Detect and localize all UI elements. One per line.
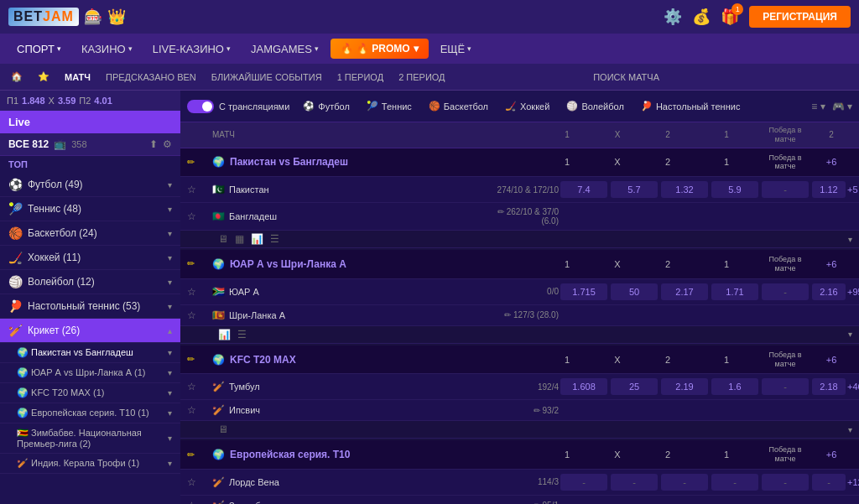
star-ipswich[interactable]: ☆ — [187, 404, 212, 416]
more-pak[interactable]: +5 — [847, 184, 858, 195]
nav-promo[interactable]: 🔥 🔥 PROMO ▾ — [331, 39, 429, 59]
more-sa[interactable]: +95 — [847, 287, 859, 297]
toggle-switch-control[interactable] — [187, 100, 214, 113]
league-row-2[interactable]: ✏ 🌍 ЮАР А vs Шри-Ланка А 1 X 2 1 Победа … — [180, 250, 859, 279]
settings-icon[interactable]: ⚙ — [163, 138, 172, 150]
league-more-4[interactable]: +6 — [810, 449, 852, 460]
league-flag-3: 🌍 — [212, 354, 225, 366]
sidebar-match-pak-ban[interactable]: 🌍 Пакистан vs Бангладеш ▾ — [0, 343, 180, 363]
subnav-period1[interactable]: 1 ПЕРИОД — [331, 70, 390, 85]
score-salzburg: ✏ 95/1 — [483, 501, 559, 504]
star-ban[interactable]: ☆ — [187, 210, 212, 222]
odd-lords-w2[interactable]: - — [812, 474, 846, 491]
odd-lords-1[interactable]: - — [560, 474, 607, 491]
subnav-period2[interactable]: 2 ПЕРИОД — [392, 70, 451, 85]
chevron-down-1[interactable]: ▾ — [848, 235, 852, 244]
odd-sa-wm[interactable]: - — [762, 283, 809, 300]
broadcast-toggle[interactable]: С трансляциями — [187, 100, 289, 113]
odd-tumbul-x[interactable]: 25 — [611, 378, 658, 395]
sidebar-match-india[interactable]: 🏏 Индия. Керала Трофи (1) ▾ — [0, 454, 180, 474]
filter-football[interactable]: ⚽ Футбол — [296, 97, 357, 115]
sidebar-item-basketball[interactable]: 🏀 Баскетбол (24) ▾ — [0, 221, 180, 246]
subnav-upcoming[interactable]: БЛИЖАЙШИЕ СОБЫТИЯ — [205, 70, 329, 85]
sidebar-match-kfc[interactable]: 🌍 KFC Т20 MAX (1) ▾ — [0, 383, 180, 403]
subnav-home[interactable]: 🏠 — [4, 69, 29, 85]
odd-lords-2[interactable]: - — [661, 474, 708, 491]
sidebar-item-tennis[interactable]: 🎾 Теннис (48) ▾ — [0, 197, 180, 221]
odd-pak-x[interactable]: 5.7 — [611, 181, 658, 198]
subnav-predicted[interactable]: ПРЕДСКАЗАНО BEN — [99, 70, 203, 85]
sidebar-item-hockey[interactable]: 🏒 Хоккей (11) ▾ — [0, 246, 180, 270]
league-row-1[interactable]: ✏ 🌍 Пакистан vs Бангладеш 1 X 2 1 Победа… — [180, 148, 859, 178]
filter-volleyball[interactable]: 🏐 Волейбол — [560, 97, 631, 115]
filter-hockey[interactable]: 🏒 Хоккей — [498, 97, 556, 115]
filter-basketball[interactable]: 🏀 Баскетбол — [422, 97, 495, 115]
match-group-2: ✏ 🌍 ЮАР А vs Шри-Ланка А 1 X 2 1 Победа … — [180, 250, 859, 344]
odd-sa-w2[interactable]: 2.16 — [812, 283, 846, 300]
gift-icon[interactable]: 🎁 1 — [721, 8, 739, 26]
odd-tumbul-w1[interactable]: 1.6 — [711, 378, 758, 395]
sidebar-item-volleyball[interactable]: 🏐 Волейбол (12) ▾ — [0, 270, 180, 294]
logo: BETJAM 🎰 👑 — [8, 8, 126, 26]
odd-sa-w1[interactable]: 1.71 — [711, 283, 758, 300]
odd-lords-x[interactable]: - — [611, 474, 658, 491]
settings-icon[interactable]: ⚙️ — [664, 8, 682, 26]
all-section[interactable]: ВСЕ 812 📺 358 ⬆ ⚙ — [0, 133, 180, 156]
chevron-down-3[interactable]: ▾ — [848, 425, 852, 434]
more-tumbul[interactable]: +46 — [847, 382, 859, 392]
nav-more[interactable]: ЕЩЁ ▾ — [432, 38, 481, 60]
football-icon: ⚽ — [8, 178, 23, 191]
odd-lords-wm[interactable]: - — [762, 474, 809, 491]
subnav-match[interactable]: МАТЧ — [58, 70, 97, 85]
filter-tennis[interactable]: 🎾 Теннис — [360, 97, 419, 115]
sidebar-match-zim[interactable]: 🇿🇼 Зимбабве. Национальная Премьер-лига (… — [0, 423, 180, 454]
sidebar-match-sa-sl[interactable]: 🌍 ЮАР А vs Шри-Ланка А (1) ▾ — [0, 363, 180, 383]
star-tumbul[interactable]: ☆ — [187, 381, 212, 392]
sidebar-item-football[interactable]: ⚽ Футбол (49) ▾ — [0, 173, 180, 197]
sort-icon[interactable]: ⬆ — [149, 138, 158, 150]
odd-pak-1[interactable]: 7.4 — [560, 181, 607, 198]
star-sl[interactable]: ☆ — [187, 309, 212, 321]
league-row-4[interactable]: ✏ 🌍 Европейская серия. Т10 1 X 2 1 Побед… — [180, 440, 859, 470]
odd-pak-2[interactable]: 1.32 — [661, 181, 708, 198]
league-more-1[interactable]: +6 — [810, 157, 852, 167]
odd-sa-1[interactable]: 1.715 — [560, 283, 607, 300]
star-pak1[interactable]: ☆ — [187, 184, 212, 195]
odd-pak-wm[interactable]: - — [762, 181, 809, 198]
subnav-star[interactable]: ⭐ — [31, 69, 56, 85]
chevron-down-2[interactable]: ▾ — [848, 330, 852, 339]
odd-pak-w2[interactable]: 1.12 — [812, 181, 846, 198]
sidebar-match-euro[interactable]: 🌍 Европейская серия. Т10 (1) ▾ — [0, 403, 180, 423]
star-sa[interactable]: ☆ — [187, 286, 212, 298]
odd-sa-2[interactable]: 2.17 — [661, 283, 708, 300]
league-name-3: KFC Т20 MAX — [230, 354, 296, 366]
league-more-3[interactable]: +6 — [810, 355, 852, 365]
odd-tumbul-w2[interactable]: 2.18 — [812, 378, 846, 395]
odd-pak-w1[interactable]: 5.9 — [711, 181, 758, 198]
sidebar-item-cricket[interactable]: 🏏 Крикет (26) ▴ — [0, 319, 180, 343]
nav-sport[interactable]: СПОРТ ▾ — [8, 38, 70, 60]
sidebar-item-tabletennis[interactable]: 🏓 Настольный теннис (53) ▾ — [0, 294, 180, 319]
nav-casino[interactable]: КАЗИНО ▾ — [73, 38, 141, 60]
odd-sa-x[interactable]: 50 — [611, 283, 658, 300]
star-salzburg[interactable]: ☆ — [187, 500, 212, 504]
league-row-3[interactable]: ✏ 🌍 KFC Т20 MAX 1 X 2 1 Победа вматче +6 — [180, 346, 859, 375]
more-lords[interactable]: +12 — [847, 477, 859, 487]
league-more-2[interactable]: +6 — [810, 259, 852, 269]
odd-tumbul-2[interactable]: 2.19 — [661, 378, 708, 395]
more-filters-icon[interactable]: ≡ ▾ — [811, 101, 825, 112]
register-button[interactable]: РЕГИСТРАЦИЯ — [749, 6, 851, 28]
match3-caret-icon: ▾ — [168, 388, 172, 397]
wallet-icon[interactable]: 💰 — [692, 8, 711, 26]
odd-tumbul-wm[interactable]: - — [762, 378, 809, 395]
odd-tumbul-1[interactable]: 1.608 — [560, 378, 607, 395]
edit-icon-4: ✏ — [187, 449, 212, 460]
nav-jamgames[interactable]: JAMGAMES ▾ — [242, 38, 327, 60]
main-nav: СПОРТ ▾ КАЗИНО ▾ LIVE-КАЗИНО ▾ JAMGAMES … — [0, 34, 859, 64]
filter-tabletennis[interactable]: 🏓 Настольный теннис — [634, 97, 747, 115]
nav-live-casino[interactable]: LIVE-КАЗИНО ▾ — [144, 38, 239, 60]
odd-lords-w1[interactable]: - — [711, 474, 758, 491]
star-lords[interactable]: ☆ — [187, 476, 212, 488]
gamepad-icon[interactable]: 🎮 ▾ — [832, 101, 852, 112]
subnav-search[interactable]: ПОИСК МАТЧА — [586, 70, 666, 85]
